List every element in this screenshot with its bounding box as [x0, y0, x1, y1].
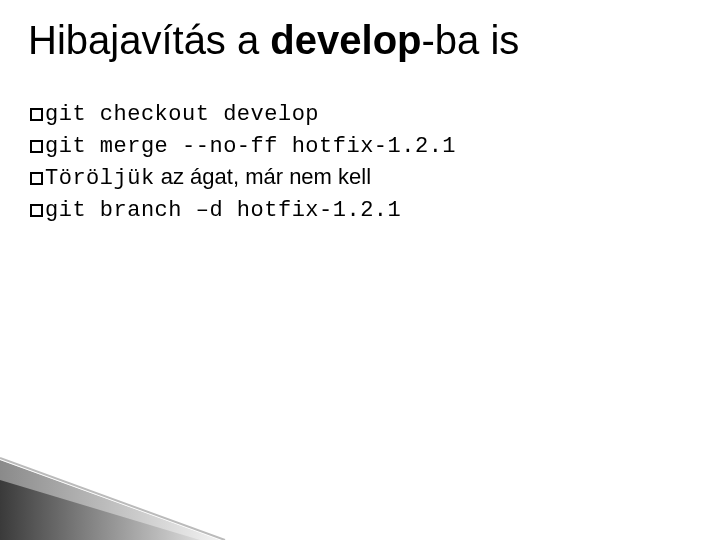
- svg-marker-2: [0, 450, 230, 540]
- text-3a: Töröljük: [45, 166, 155, 191]
- content-area: git checkout develop git merge --no-ff h…: [30, 98, 690, 226]
- svg-marker-0: [0, 460, 220, 540]
- svg-marker-1: [0, 480, 200, 540]
- code-text-2: git merge --no-ff hotfix-1.2.1: [45, 134, 456, 159]
- bullet-line-1: git checkout develop: [30, 98, 690, 130]
- bullet-line-2: git merge --no-ff hotfix-1.2.1: [30, 130, 690, 162]
- title-part1: Hibajavítás a: [28, 18, 270, 62]
- text-3b: az ágat, már nem kell: [155, 164, 371, 189]
- square-bullet-icon: [30, 108, 43, 121]
- slide: Hibajavítás a develop-ba is git checkout…: [0, 0, 720, 540]
- bullet-line-4: git branch –d hotfix-1.2.1: [30, 194, 690, 226]
- square-bullet-icon: [30, 204, 43, 217]
- title-part3: -ba is: [422, 18, 520, 62]
- square-bullet-icon: [30, 140, 43, 153]
- corner-wedge-decoration: [0, 450, 230, 540]
- title-bold: develop: [270, 18, 421, 62]
- code-text-4: git branch –d hotfix-1.2.1: [45, 198, 401, 223]
- slide-title: Hibajavítás a develop-ba is: [28, 18, 519, 63]
- square-bullet-icon: [30, 172, 43, 185]
- code-text-1: git checkout develop: [45, 102, 319, 127]
- svg-line-3: [0, 458, 225, 540]
- bullet-line-3: Töröljük az ágat, már nem kell: [30, 162, 690, 194]
